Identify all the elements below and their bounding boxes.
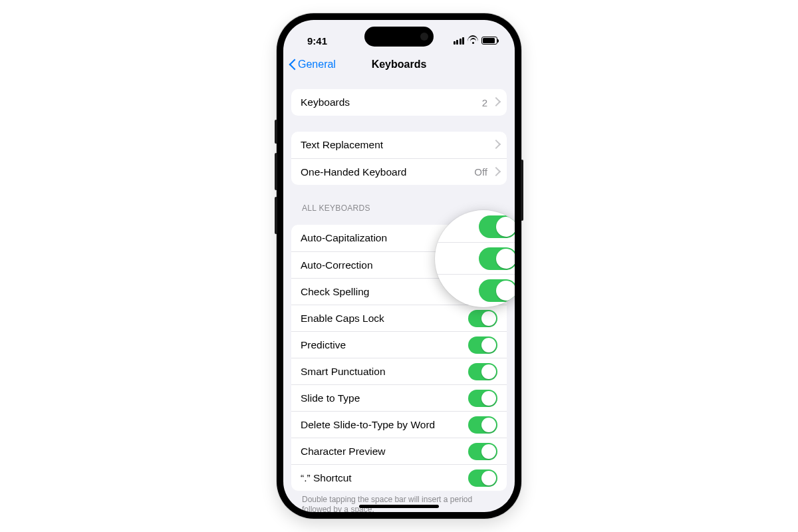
keyboards-count: 2: [482, 97, 487, 108]
dynamic-island: [364, 27, 434, 47]
nav-bar: General Keyboards: [283, 52, 515, 77]
row-toggle: Slide to Type: [291, 384, 507, 411]
volume-down-button: [275, 197, 277, 234]
toggle-magnified-1: [479, 215, 515, 238]
status-time: 9:41: [307, 35, 327, 47]
row-toggle: Character Preview: [291, 438, 507, 464]
row-toggle: Predictive: [291, 331, 507, 358]
cellular-icon: [454, 37, 465, 45]
toggle-switch[interactable]: [468, 363, 497, 380]
toggle-magnified-2: [479, 247, 515, 270]
screen: 9:41 General Keyboards Keyboards 2: [283, 20, 515, 512]
footer-note: Double tapping the space bar will insert…: [302, 495, 496, 512]
battery-icon: [481, 37, 497, 45]
toggle-label: Delete Slide-to-Type by Word: [301, 419, 435, 431]
row-toggle: Smart Punctuation: [291, 358, 507, 384]
page-title: Keyboards: [372, 59, 427, 70]
volume-up-button: [275, 153, 277, 190]
toggle-label: Auto-Correction: [301, 259, 373, 271]
iphone-frame: 9:41 General Keyboards Keyboards 2: [277, 13, 521, 519]
row-toggle: “.” Shortcut: [291, 464, 507, 491]
toggle-switch[interactable]: [468, 390, 497, 407]
row-toggle: Delete Slide-to-Type by Word: [291, 411, 507, 438]
toggle-label: Character Preview: [301, 446, 386, 458]
toggle-label: Auto-Capitalization: [301, 232, 387, 244]
toggle-switch[interactable]: [468, 310, 497, 327]
row-one-handed-keyboard[interactable]: One-Handed Keyboard Off: [291, 158, 507, 185]
ringer-switch: [275, 120, 277, 144]
row-label: One-Handed Keyboard: [301, 166, 406, 178]
chevron-right-icon: [493, 98, 497, 106]
home-indicator[interactable]: [359, 505, 439, 508]
section-header-all-keyboards: ALL KEYBOARDS: [302, 203, 496, 213]
group-keyboards: Keyboards 2: [291, 89, 507, 116]
toggle-label: Smart Punctuation: [301, 366, 386, 378]
chevron-right-icon: [493, 141, 497, 149]
side-button: [521, 160, 523, 221]
status-icons: [454, 37, 498, 45]
wifi-icon: [467, 37, 478, 45]
row-keyboards[interactable]: Keyboards 2: [291, 89, 507, 116]
toggle-switch[interactable]: [468, 416, 497, 434]
toggle-label: Enable Caps Lock: [301, 313, 384, 325]
chevron-left-icon: [289, 59, 296, 70]
toggle-switch[interactable]: [468, 336, 497, 354]
toggle-switch[interactable]: [468, 443, 497, 460]
toggle-label: “.” Shortcut: [301, 472, 352, 484]
one-handed-value: Off: [474, 166, 487, 178]
toggle-switch[interactable]: [468, 469, 497, 487]
row-label: Text Replacement: [301, 139, 383, 151]
row-label: Keyboards: [301, 96, 350, 108]
chevron-right-icon: [493, 168, 497, 176]
row-toggle: Enable Caps Lock: [291, 305, 507, 331]
row-text-replacement[interactable]: Text Replacement: [291, 132, 507, 158]
group-options: Text Replacement One-Handed Keyboard Off: [291, 132, 507, 185]
toggle-label: Slide to Type: [301, 392, 360, 404]
back-button[interactable]: General: [289, 59, 336, 70]
back-label: General: [298, 59, 336, 70]
toggle-label: Check Spelling: [301, 286, 369, 298]
toggle-magnified-3: [479, 279, 515, 302]
toggle-label: Predictive: [301, 339, 346, 351]
